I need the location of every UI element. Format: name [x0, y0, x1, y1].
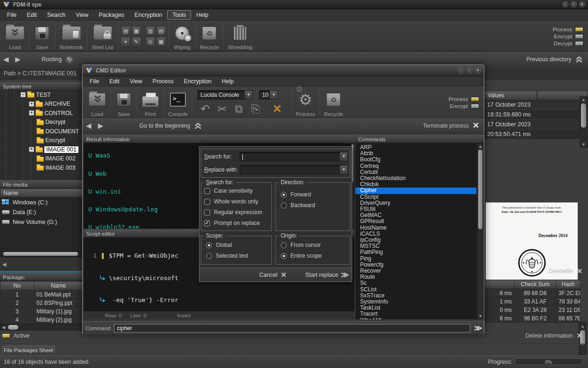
delete-information-action[interactable]: Delete information ✕ [484, 331, 586, 340]
load-button[interactable]: Load [2, 22, 28, 51]
package-icon[interactable] [121, 26, 130, 36]
list-item[interactable]: ARP [360, 144, 484, 151]
list-item[interactable]: CScript [360, 194, 484, 200]
scrollbar-thumb[interactable] [478, 150, 482, 229]
maximize-icon[interactable] [571, 1, 577, 7]
commands-scrollbar[interactable]: ▲ ▼ [477, 143, 484, 319]
forward-arrow-icon[interactable]: ▶ [12, 55, 24, 64]
font-size-select[interactable]: 10 [259, 90, 278, 100]
shell-list-button[interactable]: Shell List [88, 22, 117, 51]
copy-icon[interactable]: ⧉ [231, 102, 246, 115]
list-item[interactable]: Certreq [360, 163, 484, 169]
tree-item-image-002[interactable]: IMAGE 002 [0, 154, 83, 164]
save-button[interactable]: Save [29, 22, 55, 51]
case-sensitivity-option[interactable]: Case sensitivity [204, 188, 253, 194]
list-item[interactable]: 18:31:59.680 ms [484, 110, 580, 120]
tree-item-image-003[interactable]: IMAGE 003 [0, 163, 83, 173]
scope-selected-text-option[interactable]: Selected text [206, 253, 248, 259]
table-row[interactable]: 3 Military (1).jpg [0, 307, 83, 316]
go-to-beginning-label[interactable]: Go to the beginning [139, 123, 190, 129]
table-row[interactable]: 1 01 BeMail.ppt [0, 290, 83, 299]
regular-expression-option[interactable]: Regular expression [204, 209, 262, 216]
cmd-menu-file[interactable]: File [85, 77, 104, 86]
double-chevron-up-icon[interactable] [575, 56, 583, 63]
expand-icon[interactable] [29, 147, 34, 152]
menu-edit[interactable]: Edit [21, 10, 42, 20]
previous-directory-label[interactable]: Previous directory [526, 56, 571, 63]
whole-words-option[interactable]: Whole words only [204, 198, 258, 205]
scrollbar-thumb[interactable] [3, 252, 78, 256]
list-item[interactable]: TaskList [360, 305, 484, 311]
minimize-icon[interactable] [458, 67, 464, 73]
package-open-icon[interactable] [132, 26, 141, 36]
execute-command-icon[interactable]: ≫ [474, 324, 481, 332]
origin-from-cursor-option[interactable]: From cursor [281, 242, 321, 248]
checkbox-checked-icon[interactable] [204, 220, 210, 226]
list-item[interactable]: HostName [360, 225, 484, 231]
tree-item-control[interactable]: CONTROL [0, 108, 83, 118]
expand-icon[interactable] [29, 110, 34, 115]
delete-icon[interactable]: ✕ [269, 102, 284, 115]
drive-windows-c[interactable]: Windows (C:) [0, 197, 83, 207]
package-search-icon[interactable] [146, 37, 155, 46]
list-item[interactable]: Sc [360, 280, 484, 286]
delete-file-action[interactable]: Deletefile ✕ [484, 267, 586, 276]
list-item[interactable]: Tracert [360, 311, 484, 317]
list-item[interactable]: DriverQuery [360, 200, 484, 206]
cmd-menu-process[interactable]: Process [148, 77, 179, 86]
close-icon[interactable] [579, 1, 585, 7]
close-icon[interactable] [475, 67, 481, 73]
cmd-menu-edit[interactable]: Edit [104, 77, 125, 86]
tab-file-packages-sheet[interactable]: File Packages Sheet [2, 346, 55, 355]
back-arrow-icon[interactable]: ◀ [83, 122, 95, 130]
font-select[interactable]: Lucida Console [198, 90, 253, 100]
name-column-header[interactable]: Name [0, 188, 83, 197]
scroll-up-icon[interactable]: ▲ [477, 144, 483, 149]
expand-icon[interactable] [29, 101, 34, 107]
chevron-down-icon[interactable] [244, 91, 252, 99]
checksum-column-header[interactable]: Check Sum [515, 280, 556, 289]
origin-entire-scope-option[interactable]: Entire scope [281, 253, 322, 259]
selected-command-item[interactable]: Cipher [355, 188, 476, 194]
back-arrow-icon[interactable]: ◀ [0, 55, 12, 64]
scroll-up-icon[interactable]: ▲ [579, 323, 586, 329]
list-item[interactable]: Chkdsk [360, 181, 484, 188]
chevron-down-icon[interactable] [269, 91, 277, 99]
menu-packages[interactable]: Packages [93, 10, 129, 20]
menu-search[interactable]: Search [42, 10, 71, 20]
table-row[interactable]: 6 ms 96 B0 F2 88 65 7E A [485, 314, 581, 323]
tree-item-document[interactable]: DOCUMENT [0, 127, 83, 136]
radio-icon[interactable] [281, 202, 287, 209]
scope-global-option[interactable]: Global [206, 242, 232, 248]
package-tools-icon[interactable] [156, 37, 166, 46]
forward-arrow-icon[interactable]: ▶ [95, 122, 107, 130]
cmd-menu-view[interactable]: View [125, 77, 148, 86]
paste-icon[interactable]: ⎘ [248, 102, 263, 115]
direction-backward-option[interactable]: Backward [281, 202, 315, 209]
cmd-process-button[interactable]: ⚙⚙ Process [292, 87, 319, 118]
cmd-print-button[interactable]: Print [138, 87, 163, 118]
table-row[interactable]: 2 02 BSPing.ppt [0, 299, 83, 307]
direction-forward-option[interactable]: Forward [281, 191, 311, 198]
chevron-down-icon[interactable] [340, 152, 347, 161]
table-row[interactable]: 1 ms 33 A1 AF 78 33 B4 B [485, 297, 581, 306]
checkbox-icon[interactable] [204, 199, 210, 205]
cmd-console-button[interactable]: Console [164, 87, 191, 118]
list-item[interactable]: Recover [360, 268, 484, 274]
rooting-label[interactable]: Rooting [42, 56, 62, 63]
package-edit-icon[interactable] [132, 37, 141, 46]
list-item[interactable]: 20:53:50.471 ms [484, 130, 580, 139]
cmd-save-button[interactable]: Save [111, 87, 136, 118]
radio-icon[interactable] [281, 242, 287, 248]
radio-selected-icon[interactable] [281, 192, 287, 198]
collapse-left-icon[interactable]: ◀ [0, 261, 6, 267]
list-item[interactable]: PathPing [360, 249, 484, 255]
maximize-icon[interactable] [467, 67, 473, 73]
start-replace-button[interactable]: Start replace ≫ [305, 270, 348, 279]
minimize-icon[interactable] [562, 1, 568, 7]
scroll-down-icon[interactable]: ▼ [477, 313, 483, 319]
table-row[interactable]: 4 Military (2).jpg [0, 316, 83, 324]
replace-with-input[interactable] [240, 165, 348, 174]
prompt-on-replace-option[interactable]: Prompt on replace [204, 220, 260, 226]
collapse-icon[interactable] [21, 92, 26, 97]
